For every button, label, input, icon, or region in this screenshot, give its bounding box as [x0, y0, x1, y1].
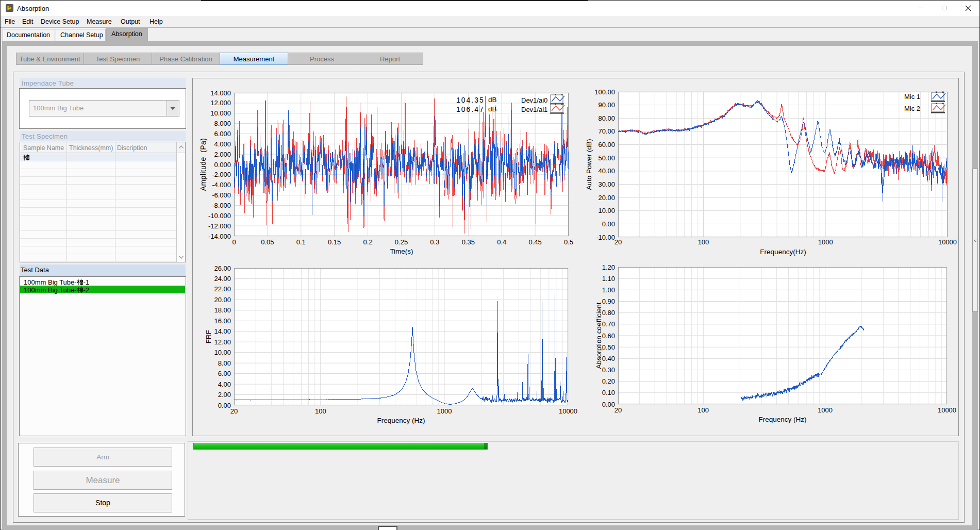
svg-text:0.45: 0.45 — [528, 238, 541, 246]
svg-text:10.00: 10.00 — [598, 207, 615, 214]
svg-text:0.10: 0.10 — [602, 389, 615, 396]
svg-text:30.00: 30.00 — [598, 180, 615, 188]
svg-text:4.00: 4.00 — [218, 380, 231, 388]
svg-text:-2.000: -2.000 — [212, 171, 231, 178]
svg-text:10.000: 10.000 — [210, 109, 231, 117]
svg-text:100.00: 100.00 — [594, 88, 615, 96]
svg-text:90.00: 90.00 — [598, 101, 615, 109]
svg-text:0.00: 0.00 — [602, 220, 615, 228]
svg-text:0.80: 0.80 — [602, 309, 615, 317]
svg-text:4.000: 4.000 — [214, 140, 231, 148]
svg-text:0.00: 0.00 — [218, 402, 231, 409]
svg-text:Absorption coefficient: Absorption coefficient — [595, 302, 603, 369]
svg-text:26.00: 26.00 — [214, 264, 231, 272]
svg-text:1.00: 1.00 — [602, 286, 615, 294]
svg-text:20: 20 — [230, 407, 238, 415]
svg-text:10000: 10000 — [559, 407, 577, 415]
svg-text:20.00: 20.00 — [214, 296, 231, 304]
svg-text:FRF: FRF — [205, 330, 212, 343]
svg-text:24.00: 24.00 — [214, 275, 231, 283]
svg-text:0.50: 0.50 — [602, 343, 615, 351]
svg-text:-6.000: -6.000 — [212, 191, 231, 199]
svg-text:0.000: 0.000 — [214, 161, 231, 169]
svg-text:0.25: 0.25 — [395, 238, 408, 246]
svg-text:-14.000: -14.000 — [208, 233, 231, 240]
svg-text:20: 20 — [614, 238, 622, 246]
svg-text:6.00: 6.00 — [218, 370, 231, 377]
svg-text:100: 100 — [698, 238, 709, 246]
svg-text:2.000: 2.000 — [214, 151, 231, 158]
svg-text:0.05: 0.05 — [261, 238, 274, 246]
svg-text:0.5: 0.5 — [564, 238, 573, 246]
svg-text:20.00: 20.00 — [598, 194, 615, 202]
svg-text:14.000: 14.000 — [210, 89, 231, 97]
svg-text:Time(s): Time(s) — [390, 247, 413, 255]
svg-text:0.15: 0.15 — [328, 238, 341, 246]
svg-text:10.00: 10.00 — [214, 349, 231, 356]
svg-text:8.000: 8.000 — [214, 120, 231, 127]
svg-text:-10.000: -10.000 — [208, 212, 231, 220]
svg-text:100: 100 — [315, 407, 326, 415]
svg-text:2.00: 2.00 — [218, 391, 231, 399]
svg-text:0.30: 0.30 — [602, 366, 615, 374]
svg-text:dB: dB — [488, 96, 497, 104]
svg-text:Auto Power (dB): Auto Power (dB) — [585, 139, 593, 190]
svg-text:0.4: 0.4 — [497, 238, 506, 246]
svg-text:12.00: 12.00 — [214, 338, 231, 346]
svg-text:-8.000: -8.000 — [212, 202, 231, 209]
svg-text:Mic 2: Mic 2 — [904, 105, 920, 112]
svg-text:0.00: 0.00 — [602, 401, 615, 408]
svg-text:8.00: 8.00 — [218, 359, 231, 367]
svg-text:0.20: 0.20 — [602, 377, 615, 385]
svg-text:1000: 1000 — [818, 238, 833, 246]
svg-text:Frequency (Hz): Frequency (Hz) — [758, 416, 806, 423]
svg-text:1.10: 1.10 — [602, 275, 615, 283]
svg-text:Frequency(Hz): Frequency(Hz) — [760, 248, 806, 256]
svg-text:100: 100 — [697, 406, 709, 414]
svg-text:22.00: 22.00 — [214, 285, 231, 293]
svg-text:6.000: 6.000 — [214, 130, 231, 138]
svg-text:50.00: 50.00 — [598, 154, 615, 162]
svg-text:12.000: 12.000 — [210, 99, 231, 107]
svg-text:Frequency (Hz): Frequency (Hz) — [377, 417, 425, 424]
svg-text:-10.00: -10.00 — [596, 234, 615, 241]
svg-text:70.00: 70.00 — [598, 127, 615, 135]
svg-text:Amplitude (Pa): Amplitude (Pa) — [199, 138, 207, 191]
svg-text:104.35: 104.35 — [456, 96, 485, 104]
svg-text:0.2: 0.2 — [363, 238, 373, 246]
svg-text:40.00: 40.00 — [598, 167, 615, 175]
svg-text:-12.000: -12.000 — [208, 222, 231, 230]
svg-text:20: 20 — [614, 406, 622, 414]
svg-text:60.00: 60.00 — [598, 141, 615, 148]
svg-text:14.00: 14.00 — [214, 327, 231, 335]
svg-text:80.00: 80.00 — [598, 114, 615, 122]
svg-text:0: 0 — [232, 238, 236, 246]
svg-text:1000: 1000 — [818, 406, 833, 414]
svg-text:0.1: 0.1 — [296, 238, 306, 246]
svg-text:0.3: 0.3 — [430, 238, 439, 246]
svg-text:106.47: 106.47 — [456, 105, 485, 113]
svg-text:1.20: 1.20 — [602, 263, 615, 271]
svg-text:1000: 1000 — [437, 407, 452, 415]
svg-text:0.70: 0.70 — [602, 320, 615, 328]
svg-text:16.00: 16.00 — [214, 317, 231, 325]
svg-text:0.35: 0.35 — [462, 238, 475, 246]
svg-text:0.90: 0.90 — [602, 297, 615, 305]
svg-text:Dev1/ai1: Dev1/ai1 — [521, 106, 547, 113]
svg-text:10000: 10000 — [938, 406, 956, 414]
svg-text:Dev1/ai0: Dev1/ai0 — [521, 96, 547, 104]
svg-text:0.40: 0.40 — [602, 355, 615, 362]
svg-text:10000: 10000 — [938, 238, 957, 246]
svg-text:dB: dB — [488, 105, 497, 113]
svg-text:-4.000: -4.000 — [212, 181, 231, 189]
svg-text:0.60: 0.60 — [602, 332, 615, 340]
svg-text:18.00: 18.00 — [214, 306, 231, 314]
svg-text:Mic 1: Mic 1 — [904, 93, 920, 101]
